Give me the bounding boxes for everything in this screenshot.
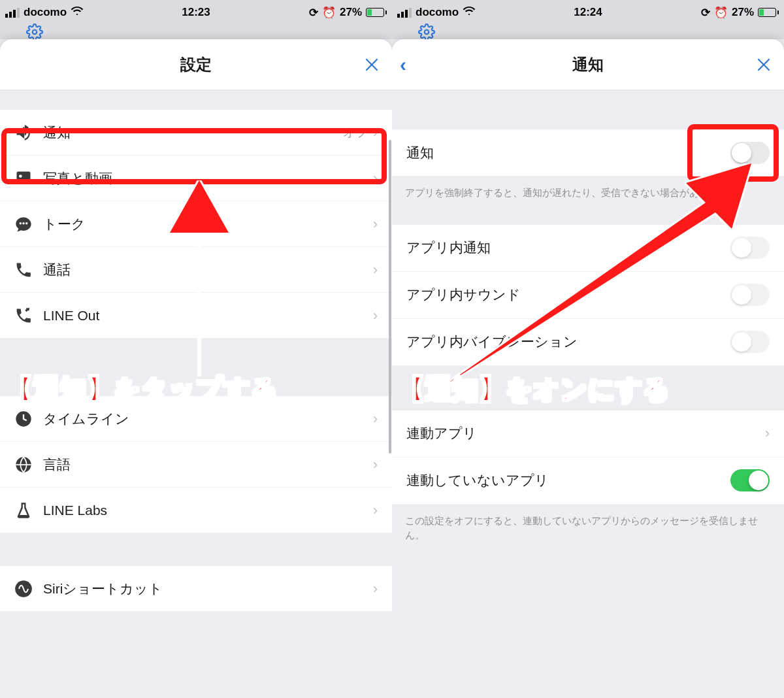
signal-icon <box>397 8 412 18</box>
row-label: 通知 <box>43 124 343 142</box>
globe-icon <box>14 456 43 474</box>
chevron-right-icon: › <box>373 216 378 233</box>
notif-inapp-row[interactable]: アプリ内通知 <box>392 225 784 272</box>
close-button[interactable] <box>755 39 772 90</box>
status-bar: docomo 12:23 ⟳ ⏰ 27% <box>0 0 392 25</box>
row-label: アプリ内通知 <box>406 239 730 257</box>
speaker-icon <box>14 124 43 142</box>
row-label: 連動アプリ <box>406 424 765 442</box>
status-bar: docomo 12:24 ⟳ ⏰ 27% <box>392 0 784 25</box>
section-footnote: この設定をオフにすると、連動していないアプリからのメッセージを受信しません。 <box>392 505 784 552</box>
toggle-switch[interactable] <box>730 142 770 164</box>
unlinked-apps-row[interactable]: 連動していないアプリ <box>392 457 784 505</box>
settings-row-talk[interactable]: トーク › <box>0 201 392 247</box>
carrier-label: docomo <box>24 6 67 19</box>
settings-row-lineout[interactable]: LINE Out › <box>0 293 392 339</box>
row-label: 連動していないアプリ <box>406 471 730 490</box>
settings-row-notifications[interactable]: 通知 オフ › <box>0 110 392 156</box>
sheet-header: ‹ 通知 <box>392 39 784 90</box>
wifi-icon <box>463 6 476 19</box>
battery-pct: 27% <box>340 6 362 19</box>
settings-row-calls[interactable]: 通話 › <box>0 247 392 293</box>
row-label: トーク <box>43 215 373 233</box>
settings-row-labs[interactable]: LINE Labs › <box>0 488 392 533</box>
chevron-right-icon: › <box>373 307 378 324</box>
settings-sheet: 設定 通知 オフ › 写真と動画 › トーク › <box>0 39 392 698</box>
row-label: 言語 <box>43 456 373 474</box>
carrier-label: docomo <box>416 6 459 19</box>
row-label: 通話 <box>43 261 373 279</box>
phone-icon <box>14 261 43 279</box>
row-status: オフ <box>343 124 368 141</box>
rotation-lock-icon: ⟳ <box>701 6 710 20</box>
underlying-app-peek <box>392 25 784 39</box>
annotation-caption: 【通知】をオンにする <box>399 371 670 407</box>
clock-icon <box>14 410 43 428</box>
photos-icon <box>14 169 43 188</box>
scrollbar-indicator <box>389 140 391 454</box>
chevron-right-icon: › <box>373 124 378 141</box>
notifications-sheet: ‹ 通知 通知 アプリを強制終了すると、通知が遅れたり、受信できない場合がありま… <box>392 39 784 698</box>
chevron-right-icon: › <box>765 425 770 442</box>
signal-icon <box>5 8 20 18</box>
close-button[interactable] <box>363 39 380 90</box>
chevron-right-icon: › <box>373 261 378 278</box>
settings-row-photos[interactable]: 写真と動画 › <box>0 156 392 201</box>
notif-sound-row[interactable]: アプリ内サウンド <box>392 272 784 319</box>
row-label: タイムライン <box>43 410 373 428</box>
battery-pct: 27% <box>732 6 754 19</box>
row-label: アプリ内バイブレーション <box>406 333 730 351</box>
svg-point-4 <box>425 30 429 35</box>
sheet-title: 設定 <box>180 54 212 75</box>
chevron-right-icon: › <box>373 502 378 519</box>
row-label: Siriショートカット <box>43 580 373 598</box>
chevron-right-icon: › <box>373 456 378 473</box>
right-screenshot: docomo 12:24 ⟳ ⏰ 27% ‹ 通知 <box>392 0 784 698</box>
row-label: LINE Out <box>43 308 373 324</box>
row-label: LINE Labs <box>43 503 373 518</box>
sheet-header: 設定 <box>0 39 392 90</box>
battery-icon <box>758 8 779 17</box>
annotation-caption: 【通知】をタップする <box>7 371 278 407</box>
siri-icon <box>14 580 43 598</box>
row-label: 写真と動画 <box>43 169 373 188</box>
section-footnote: アプリを強制終了すると、通知が遅れたり、受信できない場合があります。 <box>392 176 784 209</box>
settings-row-siri[interactable]: Siriショートカット › <box>0 566 392 612</box>
notif-vibration-row[interactable]: アプリ内バイブレーション <box>392 319 784 366</box>
toggle-switch[interactable] <box>730 469 770 491</box>
notif-master-row[interactable]: 通知 <box>392 129 784 176</box>
svg-point-0 <box>33 30 37 35</box>
toggle-switch[interactable] <box>730 331 770 353</box>
alarm-icon: ⏰ <box>322 6 336 20</box>
phone-out-icon <box>14 307 43 325</box>
row-label: 通知 <box>406 144 730 162</box>
settings-row-language[interactable]: 言語 › <box>0 442 392 488</box>
chevron-right-icon: › <box>373 580 378 597</box>
rotation-lock-icon: ⟳ <box>309 6 318 20</box>
wifi-icon <box>71 6 84 19</box>
left-screenshot: docomo 12:23 ⟳ ⏰ 27% 設定 <box>0 0 392 698</box>
back-button[interactable]: ‹ <box>400 39 406 90</box>
row-label: アプリ内サウンド <box>406 286 730 304</box>
battery-icon <box>366 8 387 17</box>
toggle-switch[interactable] <box>730 284 770 306</box>
underlying-app-peek <box>0 25 392 39</box>
sheet-title: 通知 <box>572 54 604 75</box>
chevron-right-icon: › <box>373 410 378 427</box>
alarm-icon: ⏰ <box>714 6 728 20</box>
flask-icon <box>14 501 43 520</box>
linked-apps-row[interactable]: 連動アプリ › <box>392 410 784 457</box>
toggle-switch[interactable] <box>730 237 770 259</box>
chevron-right-icon: › <box>373 170 378 187</box>
chat-icon <box>14 215 43 233</box>
